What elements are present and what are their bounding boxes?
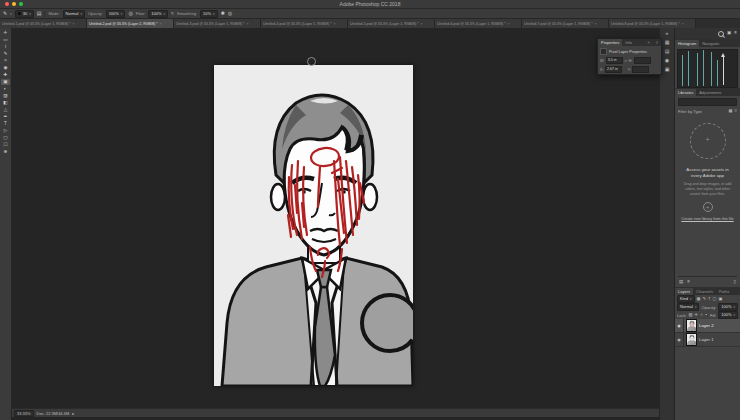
lasso-tool-icon[interactable]: ⌇ xyxy=(1,44,10,50)
lock-artboard-icon[interactable]: ⊹ xyxy=(700,313,704,317)
path-select-tool-icon[interactable]: ▷ xyxy=(1,128,10,134)
tab-histogram[interactable]: Histogram xyxy=(675,40,699,47)
airbrush-icon[interactable]: ≈ xyxy=(171,11,174,16)
smoothing-options-icon[interactable]: ✱ xyxy=(221,11,225,16)
delete-library-icon[interactable]: ▯ xyxy=(734,279,736,284)
x-field[interactable]: 2.67 in xyxy=(605,66,622,73)
layer-opacity-select[interactable]: 100% ▾ xyxy=(718,303,738,311)
close-tab-icon[interactable]: × xyxy=(595,22,597,26)
filter-shape-layers-icon[interactable]: ▢ xyxy=(713,297,717,301)
document-tab[interactable]: Untitled-5.psd @ 33.3% (Layer 1, RGB/8) … xyxy=(348,19,435,28)
layer-blend-mode-select[interactable]: Normal ▾ xyxy=(677,303,699,311)
smoothing-select[interactable]: 10% ▾ xyxy=(200,10,218,18)
expand-panels-icon[interactable]: « xyxy=(666,31,669,36)
visibility-toggle-icon[interactable]: ◉ xyxy=(675,333,684,346)
layer-name[interactable]: Layer 2 xyxy=(699,323,714,328)
lock-transparency-icon[interactable]: ▨ xyxy=(689,313,693,317)
search-icon[interactable] xyxy=(718,31,724,37)
type-tool-icon[interactable]: T xyxy=(1,121,10,127)
tab-navigator[interactable]: Navigator xyxy=(699,40,722,47)
close-tab-icon[interactable]: × xyxy=(247,22,249,26)
document-canvas[interactable] xyxy=(214,65,413,386)
workspace-switcher-icon[interactable]: ▣ xyxy=(727,31,731,36)
close-tab-icon[interactable]: × xyxy=(421,22,423,26)
quick-select-tool-icon[interactable]: ✎ xyxy=(1,51,10,57)
list-view-icon[interactable]: ≡ xyxy=(735,109,737,113)
filter-by-type-select[interactable]: Filter by Type xyxy=(678,109,702,114)
canvas-area[interactable]: 33.33% Doc: 22.3M/44.6M ▸ xyxy=(12,28,659,420)
tab-libraries[interactable]: Libraries xyxy=(675,89,696,96)
flow-select[interactable]: 100% ▾ xyxy=(148,10,168,18)
close-tab-icon[interactable]: × xyxy=(160,22,162,26)
swatches-panel-icon[interactable]: ▤ xyxy=(665,49,670,54)
library-drop-target[interactable]: + xyxy=(690,123,726,159)
filter-pixel-layers-icon[interactable]: ▦ xyxy=(697,297,701,301)
zoom-level-field[interactable]: 33.33% xyxy=(14,410,34,417)
document-tab[interactable]: Untitled-6.psd @ 33.3% (Layer 1, RGB/8) … xyxy=(435,19,522,28)
color-panel-icon[interactable]: ▦ xyxy=(665,40,670,45)
panel-menu-icon[interactable]: ≡ xyxy=(734,31,737,36)
layer-row[interactable]: ◉ Layer 1 xyxy=(675,333,740,347)
tab-paths[interactable]: Paths xyxy=(716,288,732,295)
layer-name[interactable]: Layer 1 xyxy=(699,337,714,342)
layer-row-selected[interactable]: ◉ Layer 2 xyxy=(675,319,740,333)
shape-tool-icon[interactable]: ▢ xyxy=(1,135,10,141)
brush-tool-icon[interactable]: ✎ xyxy=(3,11,7,16)
move-tool-icon[interactable]: ✛ xyxy=(1,30,10,36)
filter-smart-objects-icon[interactable]: ▣ xyxy=(719,297,723,301)
tab-info[interactable]: Info xyxy=(622,39,635,46)
marquee-tool-icon[interactable]: ▭ xyxy=(1,37,10,43)
panel-menu-icon[interactable]: ≡ xyxy=(653,39,661,46)
new-library-icon[interactable]: ▤ xyxy=(679,279,683,284)
crop-tool-icon[interactable]: ⌗ xyxy=(1,58,10,64)
library-search-input[interactable] xyxy=(678,98,737,106)
add-asset-icon[interactable]: + xyxy=(703,202,713,212)
sync-library-icon[interactable]: ≡ xyxy=(687,279,690,284)
blend-mode-select[interactable]: Normal ▾ xyxy=(63,10,85,18)
pen-tool-icon[interactable]: ✒ xyxy=(1,114,10,120)
lock-position-icon[interactable]: ✛ xyxy=(695,313,699,317)
document-tab[interactable]: Untitled-8.psd @ 33.3% (Layer 1, RGB/8) … xyxy=(609,19,696,28)
learn-panel-icon[interactable]: ◉ xyxy=(665,58,669,63)
layer-thumbnail[interactable] xyxy=(686,319,697,332)
y-field[interactable] xyxy=(632,66,649,73)
opacity-select[interactable]: 100% ▾ xyxy=(106,10,126,18)
document-tab[interactable]: Untitled-4.psd @ 33.3% (Layer 1, RGB/8) … xyxy=(261,19,348,28)
create-library-link[interactable]: Create new library from this file xyxy=(678,217,737,221)
gradient-tool-icon[interactable]: △ xyxy=(1,107,10,113)
filter-adjustment-layers-icon[interactable]: ✎ xyxy=(703,297,707,301)
close-tab-icon[interactable]: × xyxy=(682,22,684,26)
hand-tool-icon[interactable]: ☐ xyxy=(1,142,10,148)
eyedropper-tool-icon[interactable]: ◉ xyxy=(1,65,10,71)
tab-channels[interactable]: Channels xyxy=(693,288,716,295)
brush-panel-toggle-icon[interactable]: ▤ xyxy=(37,11,42,16)
styles-panel-icon[interactable]: ▣ xyxy=(665,67,670,72)
filter-type-layers-icon[interactable]: T xyxy=(708,297,711,301)
pressure-size-icon[interactable]: ◎ xyxy=(228,11,232,16)
tab-adjustments[interactable]: Adjustments xyxy=(696,89,724,96)
clone-stamp-tool-icon[interactable]: ◐ xyxy=(1,86,10,92)
document-tab[interactable]: Untitled-3.psd @ 33.3% (Layer 1, RGB/8) … xyxy=(174,19,261,28)
grid-view-icon[interactable]: ▦ xyxy=(729,109,733,113)
tool-preset-caret-icon[interactable]: ▾ xyxy=(10,12,12,16)
width-field[interactable]: 3.5 in xyxy=(606,57,623,64)
layer-thumbnail[interactable] xyxy=(686,333,697,346)
eraser-tool-icon[interactable]: ◧ xyxy=(1,100,10,106)
brush-tool-icon[interactable]: ▣ xyxy=(1,79,10,85)
document-tab[interactable]: Untitled-1.psd @ 33.3% (Layer 1, RGB/8) … xyxy=(0,19,87,28)
tab-layers[interactable]: Layers xyxy=(675,288,693,295)
visibility-toggle-icon[interactable]: ◉ xyxy=(675,319,684,332)
pressure-opacity-icon[interactable]: ◎ xyxy=(128,11,132,16)
healing-tool-icon[interactable]: ✚ xyxy=(1,72,10,78)
layer-fill-select[interactable]: 100% ▾ xyxy=(718,311,738,319)
history-brush-tool-icon[interactable]: ▨ xyxy=(1,93,10,99)
status-options-icon[interactable]: ▸ xyxy=(72,411,74,416)
link-dimensions-icon[interactable]: ∞ xyxy=(624,58,627,63)
collapse-panel-icon[interactable]: « xyxy=(644,39,652,46)
zoom-tool-icon[interactable]: ⊕ xyxy=(1,149,10,155)
close-tab-icon[interactable]: × xyxy=(73,22,75,26)
close-tab-icon[interactable]: × xyxy=(508,22,510,26)
histogram-slider-icon[interactable] xyxy=(721,53,726,85)
lock-all-icon[interactable]: ▪ xyxy=(706,313,708,317)
tab-properties[interactable]: Properties xyxy=(598,39,622,46)
